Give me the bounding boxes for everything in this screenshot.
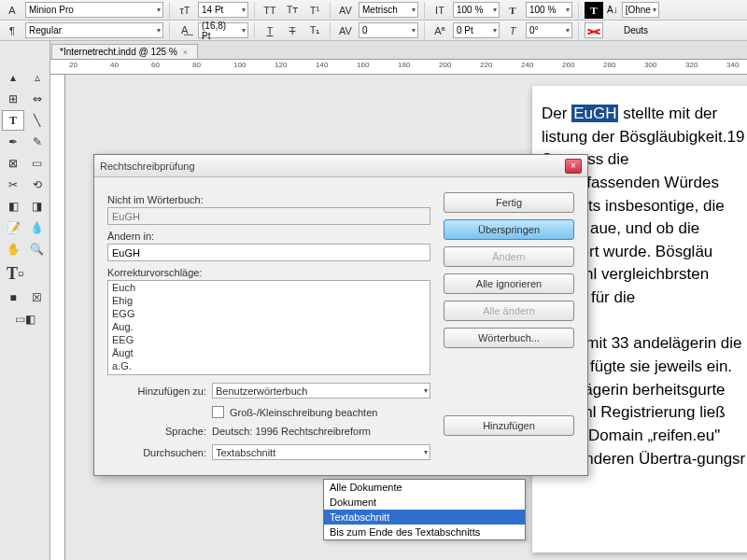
change-all-button[interactable]: Alle ändern — [444, 301, 574, 321]
rectangle-tool[interactable]: ▭ — [26, 153, 49, 174]
vscale-dropdown[interactable]: 100 % — [453, 2, 500, 18]
not-in-dict-label: Nicht im Wörterbuch: — [107, 194, 430, 205]
ruler-horizontal: 2040608010012014016018020022024026028030… — [50, 60, 747, 75]
done-button[interactable]: Fertig — [444, 192, 574, 213]
change-to-label: Ändern in: — [107, 231, 430, 242]
para-panel-icon[interactable]: ¶ — [3, 22, 21, 39]
apply-none[interactable]: ☒ — [26, 287, 49, 308]
list-item[interactable]: Euch — [108, 281, 430, 294]
list-item[interactable]: Aug. — [108, 320, 430, 333]
vscale-icon: IT — [430, 2, 449, 19]
leading-dropdown[interactable]: (16,8) Pt — [198, 22, 248, 38]
hscale-icon: T — [503, 2, 522, 19]
char-panel-icon[interactable]: A — [3, 2, 21, 19]
font-size-dropdown[interactable]: 14 Pt — [198, 2, 248, 18]
gap-tool[interactable]: ⇔ — [26, 89, 49, 109]
dropdown-option[interactable]: Alle Dokumente — [324, 480, 525, 495]
add-button[interactable]: Hinzufügen — [444, 415, 574, 436]
allcaps-icon[interactable]: TT — [261, 2, 279, 19]
baseline-dropdown[interactable]: 0 Pt — [453, 22, 500, 38]
gradient-tool[interactable]: ◧ — [2, 196, 24, 217]
dialog-title: Rechtschreibprüfung — [100, 161, 195, 172]
change-button[interactable]: Ändern — [444, 246, 574, 267]
type-tool[interactable]: T — [2, 110, 24, 131]
list-item[interactable]: EGG — [108, 307, 430, 320]
close-tab-icon[interactable]: × — [181, 48, 190, 57]
direct-selection-tool[interactable]: ▵ — [26, 67, 49, 88]
frame-tool[interactable]: ⊠ — [2, 153, 24, 174]
hand-tool[interactable]: ✋ — [2, 239, 24, 259]
language-value: Deutsch: 1996 Rechtschreibreform — [212, 426, 371, 437]
case-checkbox[interactable] — [212, 406, 224, 418]
pencil-tool[interactable]: ✎ — [26, 132, 49, 152]
control-panel-row1: A Minion Pro τT 14 Pt TT Tᴛ T¹ AV Metris… — [0, 0, 747, 21]
hscale-dropdown[interactable]: 100 % — [526, 2, 572, 18]
close-icon[interactable]: × — [565, 159, 582, 174]
transform-tool[interactable]: ⟲ — [26, 175, 49, 195]
scissors-tool[interactable]: ✂ — [2, 175, 24, 195]
case-label: Groß-/Kleinschreibung beachten — [230, 407, 377, 418]
selection-tool[interactable]: ▴ — [2, 67, 24, 88]
font-size-icon: τT — [176, 2, 194, 19]
list-item[interactable]: EEG — [108, 333, 430, 346]
list-item[interactable]: High — [108, 372, 430, 375]
view-mode[interactable]: ▭◧ — [2, 309, 49, 329]
tracking-dropdown[interactable]: 0 — [359, 22, 418, 38]
pen-tool[interactable]: ✒ — [2, 132, 24, 152]
leading-icon: A͟ — [176, 22, 194, 39]
add-to-dropdown[interactable]: Benutzerwörterbuch — [212, 383, 430, 399]
toolbox: ▴ ▵ ⊞ ⇔ T ╲ ✒ ✎ ⊠ ▭ ✂ ⟲ ◧ ◨ 📝 💧 ✋ 🔍 T▫ ■… — [0, 41, 50, 560]
gradient-feather-tool[interactable]: ◨ — [26, 196, 49, 217]
font-family-dropdown[interactable]: Minion Pro — [25, 2, 163, 18]
add-to-label: Hinzufügen zu: — [107, 385, 206, 397]
document-tab[interactable]: *Internetrecht.indd @ 125 % × — [51, 44, 198, 59]
control-panel-row2: ¶ Regular A͟ (16,8) Pt T T T₁ AV 0 Aª 0 … — [0, 21, 747, 41]
ruler-vertical — [50, 75, 65, 560]
strike-icon[interactable]: T — [283, 22, 302, 39]
charstyle-dropdown[interactable]: [Ohne — [622, 2, 659, 18]
list-item[interactable]: a.G. — [108, 359, 430, 372]
ignore-all-button[interactable]: Alle ignorieren — [444, 273, 574, 294]
dropdown-option[interactable]: Dokument — [324, 495, 525, 510]
skew-icon: T — [503, 22, 522, 39]
dialog-titlebar[interactable]: Rechtschreibprüfung × — [94, 155, 587, 177]
line-tool[interactable]: ╲ — [26, 110, 49, 131]
kerning-dropdown[interactable]: Metrisch — [359, 2, 418, 18]
apply-color[interactable]: ■ — [2, 287, 24, 308]
spellcheck-dialog: Rechtschreibprüfung × Nicht im Wörterbuc… — [93, 154, 588, 476]
dropdown-option[interactable]: Bis zum Ende des Textabschnitts — [324, 525, 525, 539]
subscript-icon[interactable]: T₁ — [305, 22, 324, 39]
not-in-dict-field — [107, 207, 430, 225]
language-row-label: Sprache: — [107, 426, 206, 437]
list-item[interactable]: Äugt — [108, 346, 430, 359]
page-tool[interactable]: ⊞ — [2, 89, 24, 109]
note-tool[interactable]: 📝 — [2, 217, 24, 238]
search-dropdown[interactable]: Textabschnitt — [212, 444, 430, 460]
superscript-icon[interactable]: T¹ — [305, 2, 324, 19]
skew-dropdown[interactable]: 0° — [526, 22, 572, 38]
dropdown-option[interactable]: Textabschnitt — [324, 510, 525, 525]
tracking-icon: AV — [336, 22, 355, 39]
stroke-none-icon[interactable] — [585, 22, 603, 38]
zoom-tool[interactable]: 🔍 — [26, 239, 49, 259]
skip-button[interactable]: Überspringen — [444, 219, 574, 240]
highlighted-word: EuGH — [571, 105, 618, 122]
suggestions-list[interactable]: EuchEhigEGGAug.EEGÄugta.G.High — [107, 280, 430, 375]
underline-icon[interactable]: T — [261, 22, 279, 39]
document-tabbar: *Internetrecht.indd @ 125 % × — [0, 41, 747, 60]
list-item[interactable]: Ehig — [108, 294, 430, 307]
change-to-field[interactable] — [107, 244, 430, 261]
language-label: Deuts — [624, 25, 648, 35]
fill-stroke-proxy[interactable]: T▫ — [2, 260, 49, 287]
dictionary-button[interactable]: Wörterbuch... — [444, 328, 574, 348]
font-weight-dropdown[interactable]: Regular — [25, 22, 163, 38]
left-column: Nicht im Wörterbuch: Ändern in: Korrektu… — [107, 189, 430, 460]
search-label: Durchsuchen: — [107, 447, 206, 458]
fill-swatch[interactable]: T — [585, 2, 603, 19]
eyedropper-tool[interactable]: 💧 — [26, 217, 49, 238]
smallcaps-icon[interactable]: Tᴛ — [283, 2, 302, 19]
baseline-icon: Aª — [430, 22, 449, 39]
button-column: Fertig Überspringen Ändern Alle ignorier… — [444, 189, 574, 460]
search-dropdown-list[interactable]: Alle DokumenteDokumentTextabschnittBis z… — [323, 479, 526, 540]
tab-title: *Internetrecht.indd @ 125 % — [60, 47, 177, 57]
